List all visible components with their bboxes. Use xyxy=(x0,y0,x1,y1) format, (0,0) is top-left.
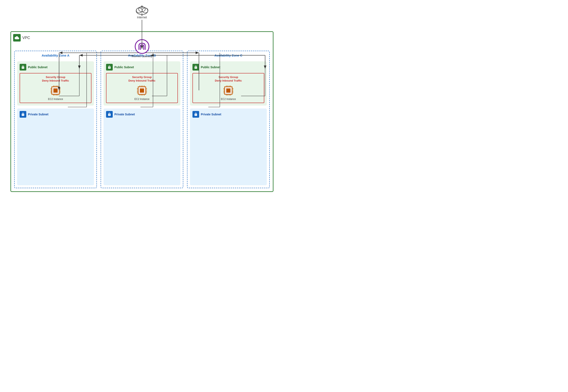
ec2-a-label: EC2 Instance xyxy=(48,98,63,100)
az-c-label: Availability Zone C xyxy=(190,54,267,57)
az-box-a: Availability Zone A Public Subnet Secur xyxy=(14,51,97,188)
az-box-c: Availability Zone C Public Subnet Secur xyxy=(187,51,270,188)
ec2-chip-svg-c xyxy=(222,84,235,97)
vpc-icon xyxy=(13,34,21,42)
private-subnet-c-icon xyxy=(192,111,199,118)
az-row: Availability Zone A Public Subnet Secur xyxy=(14,51,270,188)
public-subnet-c-icon xyxy=(192,64,199,70)
private-subnet-a-label: Private Subnet xyxy=(28,113,48,116)
sg-c-label: Security GroupDeny Inbound Traffic xyxy=(215,75,242,83)
svg-rect-21 xyxy=(53,88,58,93)
private-subnet-a: Private Subnet xyxy=(17,109,94,185)
igw-section: Internet Gateway xyxy=(132,39,152,58)
public-subnet-a-label: Public Subnet xyxy=(28,66,47,69)
igw-icon xyxy=(135,39,149,54)
igw-label: Internet Gateway xyxy=(132,55,152,58)
az-box-b: Availability Zone B Public Subnet Secur xyxy=(101,51,183,188)
public-subnet-b-label: Public Subnet xyxy=(114,66,134,69)
svg-rect-39 xyxy=(140,88,144,93)
sg-b-label: Security GroupDeny Inbound Traffic xyxy=(128,75,155,83)
private-subnet-a-header: Private Subnet xyxy=(20,111,91,118)
ec2-chip-svg-a xyxy=(49,84,62,97)
public-subnet-c: Public Subnet Security GroupDeny Inbound… xyxy=(190,61,267,106)
az-a-label: Availability Zone A xyxy=(17,54,94,57)
public-subnet-b-header: Public Subnet xyxy=(106,64,178,70)
internet-label: Internet xyxy=(137,16,147,19)
private-subnet-b-header: Private Subnet xyxy=(106,111,178,118)
public-subnet-b-icon xyxy=(106,64,113,70)
sg-box-c: Security GroupDeny Inbound Traffic xyxy=(192,73,264,103)
public-subnet-c-header: Public Subnet xyxy=(192,64,264,70)
internet-section: Internet xyxy=(135,4,149,19)
ec2-icon-c: EC2 Instance xyxy=(221,84,236,100)
vpc-label-container: VPC xyxy=(13,34,30,42)
public-subnet-b: Public Subnet Security GroupDeny Inbound… xyxy=(103,61,180,106)
public-subnet-a: Public Subnet Security GroupDeny Inbound… xyxy=(17,61,94,106)
svg-rect-57 xyxy=(226,88,231,93)
ec2-b-label: EC2 Instance xyxy=(134,98,149,100)
ec2-c-label: EC2 Instance xyxy=(221,98,236,100)
ec2-icon-a: EC2 Instance xyxy=(48,84,63,100)
internet-cloud-icon xyxy=(135,4,149,16)
sg-a-label: Security GroupDeny Inbound Traffic xyxy=(42,75,69,83)
svg-marker-5 xyxy=(141,5,143,7)
private-subnet-b: Private Subnet xyxy=(103,109,180,185)
private-subnet-a-icon xyxy=(20,111,26,118)
public-subnet-c-label: Public Subnet xyxy=(201,66,220,69)
public-subnet-a-icon xyxy=(20,64,26,70)
private-subnet-c-header: Private Subnet xyxy=(192,111,264,118)
vpc-label: VPC xyxy=(22,36,30,40)
private-subnet-b-icon xyxy=(106,111,113,118)
vpc-box: VPC Internet Gateway xyxy=(10,31,274,192)
sg-box-a: Security GroupDeny Inbound Traffic xyxy=(20,73,91,103)
private-subnet-c-label: Private Subnet xyxy=(201,113,221,116)
sg-box-b: Security GroupDeny Inbound Traffic xyxy=(106,73,178,103)
private-subnet-b-label: Private Subnet xyxy=(114,113,135,116)
public-subnet-a-header: Public Subnet xyxy=(20,64,91,70)
diagram-container: Internet VPC Internet Gateway xyxy=(0,0,284,196)
private-subnet-c: Private Subnet xyxy=(190,109,267,185)
ec2-icon-b: EC2 Instance xyxy=(134,84,149,100)
ec2-chip-svg-b xyxy=(136,84,148,97)
